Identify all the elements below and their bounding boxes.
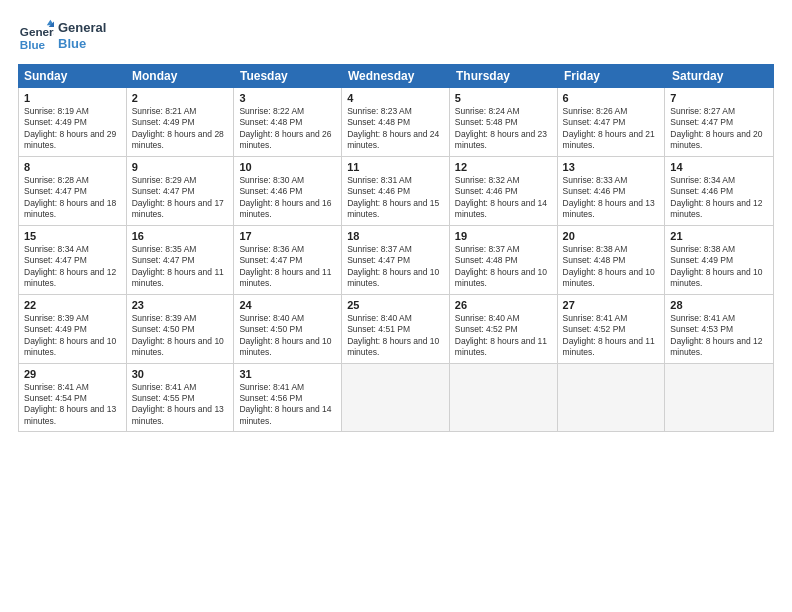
day-number: 6	[563, 92, 660, 104]
calendar-week-4: 22Sunrise: 8:39 AMSunset: 4:49 PMDayligh…	[19, 295, 773, 364]
cal-cell: 2Sunrise: 8:21 AMSunset: 4:49 PMDaylight…	[127, 88, 235, 156]
day-number: 14	[670, 161, 768, 173]
cal-cell	[665, 364, 773, 432]
cal-cell: 22Sunrise: 8:39 AMSunset: 4:49 PMDayligh…	[19, 295, 127, 363]
cal-cell: 30Sunrise: 8:41 AMSunset: 4:55 PMDayligh…	[127, 364, 235, 432]
header-day-saturday: Saturday	[666, 64, 774, 88]
calendar-week-2: 8Sunrise: 8:28 AMSunset: 4:47 PMDaylight…	[19, 157, 773, 226]
cal-cell: 19Sunrise: 8:37 AMSunset: 4:48 PMDayligh…	[450, 226, 558, 294]
day-number: 10	[239, 161, 336, 173]
cell-info: Sunrise: 8:29 AMSunset: 4:47 PMDaylight:…	[132, 175, 229, 221]
day-number: 29	[24, 368, 121, 380]
cal-cell: 14Sunrise: 8:34 AMSunset: 4:46 PMDayligh…	[665, 157, 773, 225]
cell-info: Sunrise: 8:32 AMSunset: 4:46 PMDaylight:…	[455, 175, 552, 221]
day-number: 8	[24, 161, 121, 173]
page: General Blue General Blue SundayMondayTu…	[0, 0, 792, 612]
header-day-monday: Monday	[126, 64, 234, 88]
header-day-thursday: Thursday	[450, 64, 558, 88]
cell-info: Sunrise: 8:21 AMSunset: 4:49 PMDaylight:…	[132, 106, 229, 152]
day-number: 30	[132, 368, 229, 380]
cal-cell: 1Sunrise: 8:19 AMSunset: 4:49 PMDaylight…	[19, 88, 127, 156]
cell-info: Sunrise: 8:23 AMSunset: 4:48 PMDaylight:…	[347, 106, 444, 152]
cal-cell: 13Sunrise: 8:33 AMSunset: 4:46 PMDayligh…	[558, 157, 666, 225]
day-number: 17	[239, 230, 336, 242]
day-number: 5	[455, 92, 552, 104]
day-number: 15	[24, 230, 121, 242]
cell-info: Sunrise: 8:39 AMSunset: 4:49 PMDaylight:…	[24, 313, 121, 359]
day-number: 19	[455, 230, 552, 242]
cell-info: Sunrise: 8:40 AMSunset: 4:50 PMDaylight:…	[239, 313, 336, 359]
cell-info: Sunrise: 8:19 AMSunset: 4:49 PMDaylight:…	[24, 106, 121, 152]
cal-cell: 31Sunrise: 8:41 AMSunset: 4:56 PMDayligh…	[234, 364, 342, 432]
logo-general: General	[58, 20, 106, 36]
cell-info: Sunrise: 8:38 AMSunset: 4:48 PMDaylight:…	[563, 244, 660, 290]
cal-cell: 6Sunrise: 8:26 AMSunset: 4:47 PMDaylight…	[558, 88, 666, 156]
cal-cell: 9Sunrise: 8:29 AMSunset: 4:47 PMDaylight…	[127, 157, 235, 225]
cell-info: Sunrise: 8:33 AMSunset: 4:46 PMDaylight:…	[563, 175, 660, 221]
calendar: SundayMondayTuesdayWednesdayThursdayFrid…	[18, 64, 774, 600]
cell-info: Sunrise: 8:41 AMSunset: 4:53 PMDaylight:…	[670, 313, 768, 359]
cal-cell: 18Sunrise: 8:37 AMSunset: 4:47 PMDayligh…	[342, 226, 450, 294]
cell-info: Sunrise: 8:22 AMSunset: 4:48 PMDaylight:…	[239, 106, 336, 152]
cal-cell: 24Sunrise: 8:40 AMSunset: 4:50 PMDayligh…	[234, 295, 342, 363]
cell-info: Sunrise: 8:36 AMSunset: 4:47 PMDaylight:…	[239, 244, 336, 290]
cell-info: Sunrise: 8:37 AMSunset: 4:47 PMDaylight:…	[347, 244, 444, 290]
cell-info: Sunrise: 8:38 AMSunset: 4:49 PMDaylight:…	[670, 244, 768, 290]
cal-cell: 17Sunrise: 8:36 AMSunset: 4:47 PMDayligh…	[234, 226, 342, 294]
cell-info: Sunrise: 8:34 AMSunset: 4:47 PMDaylight:…	[24, 244, 121, 290]
cal-cell	[558, 364, 666, 432]
day-number: 28	[670, 299, 768, 311]
cal-cell: 11Sunrise: 8:31 AMSunset: 4:46 PMDayligh…	[342, 157, 450, 225]
cal-cell: 8Sunrise: 8:28 AMSunset: 4:47 PMDaylight…	[19, 157, 127, 225]
day-number: 24	[239, 299, 336, 311]
cal-cell: 5Sunrise: 8:24 AMSunset: 5:48 PMDaylight…	[450, 88, 558, 156]
cal-cell: 27Sunrise: 8:41 AMSunset: 4:52 PMDayligh…	[558, 295, 666, 363]
cal-cell: 4Sunrise: 8:23 AMSunset: 4:48 PMDaylight…	[342, 88, 450, 156]
day-number: 31	[239, 368, 336, 380]
day-number: 13	[563, 161, 660, 173]
svg-text:Blue: Blue	[20, 38, 46, 51]
cell-info: Sunrise: 8:24 AMSunset: 5:48 PMDaylight:…	[455, 106, 552, 152]
day-number: 9	[132, 161, 229, 173]
day-number: 25	[347, 299, 444, 311]
cal-cell: 28Sunrise: 8:41 AMSunset: 4:53 PMDayligh…	[665, 295, 773, 363]
day-number: 7	[670, 92, 768, 104]
cal-cell: 23Sunrise: 8:39 AMSunset: 4:50 PMDayligh…	[127, 295, 235, 363]
header: General Blue General Blue	[18, 18, 774, 54]
day-number: 3	[239, 92, 336, 104]
cell-info: Sunrise: 8:41 AMSunset: 4:55 PMDaylight:…	[132, 382, 229, 428]
calendar-week-3: 15Sunrise: 8:34 AMSunset: 4:47 PMDayligh…	[19, 226, 773, 295]
day-number: 26	[455, 299, 552, 311]
logo: General Blue General Blue	[18, 18, 106, 54]
day-number: 4	[347, 92, 444, 104]
logo-blue: Blue	[58, 36, 106, 52]
cell-info: Sunrise: 8:39 AMSunset: 4:50 PMDaylight:…	[132, 313, 229, 359]
cell-info: Sunrise: 8:31 AMSunset: 4:46 PMDaylight:…	[347, 175, 444, 221]
day-number: 16	[132, 230, 229, 242]
cell-info: Sunrise: 8:41 AMSunset: 4:52 PMDaylight:…	[563, 313, 660, 359]
header-day-wednesday: Wednesday	[342, 64, 450, 88]
day-number: 18	[347, 230, 444, 242]
day-number: 2	[132, 92, 229, 104]
cell-info: Sunrise: 8:40 AMSunset: 4:52 PMDaylight:…	[455, 313, 552, 359]
calendar-header: SundayMondayTuesdayWednesdayThursdayFrid…	[18, 64, 774, 88]
cell-info: Sunrise: 8:34 AMSunset: 4:46 PMDaylight:…	[670, 175, 768, 221]
cal-cell: 15Sunrise: 8:34 AMSunset: 4:47 PMDayligh…	[19, 226, 127, 294]
cell-info: Sunrise: 8:41 AMSunset: 4:54 PMDaylight:…	[24, 382, 121, 428]
cal-cell: 21Sunrise: 8:38 AMSunset: 4:49 PMDayligh…	[665, 226, 773, 294]
cell-info: Sunrise: 8:41 AMSunset: 4:56 PMDaylight:…	[239, 382, 336, 428]
cal-cell: 26Sunrise: 8:40 AMSunset: 4:52 PMDayligh…	[450, 295, 558, 363]
cell-info: Sunrise: 8:37 AMSunset: 4:48 PMDaylight:…	[455, 244, 552, 290]
day-number: 23	[132, 299, 229, 311]
calendar-week-5: 29Sunrise: 8:41 AMSunset: 4:54 PMDayligh…	[19, 364, 773, 432]
logo-icon: General Blue	[18, 18, 54, 54]
cell-info: Sunrise: 8:27 AMSunset: 4:47 PMDaylight:…	[670, 106, 768, 152]
header-day-tuesday: Tuesday	[234, 64, 342, 88]
cal-cell: 7Sunrise: 8:27 AMSunset: 4:47 PMDaylight…	[665, 88, 773, 156]
cell-info: Sunrise: 8:40 AMSunset: 4:51 PMDaylight:…	[347, 313, 444, 359]
cal-cell: 10Sunrise: 8:30 AMSunset: 4:46 PMDayligh…	[234, 157, 342, 225]
cal-cell	[450, 364, 558, 432]
day-number: 21	[670, 230, 768, 242]
cal-cell: 25Sunrise: 8:40 AMSunset: 4:51 PMDayligh…	[342, 295, 450, 363]
header-day-sunday: Sunday	[18, 64, 126, 88]
